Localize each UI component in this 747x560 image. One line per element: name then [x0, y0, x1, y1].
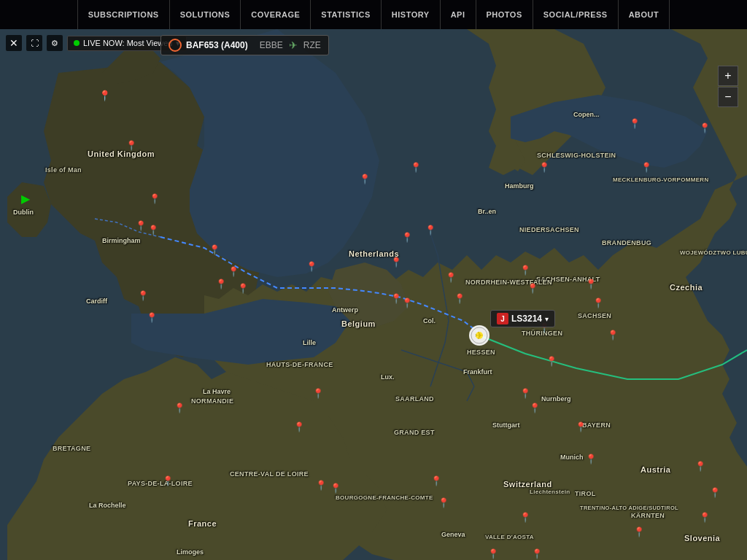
airport-pin[interactable]: 📍: [390, 257, 402, 268]
airport-pin[interactable]: 📍: [98, 90, 111, 101]
nav-item-coverage[interactable]: COVERAGE: [241, 0, 311, 29]
svg-point-4: [476, 332, 483, 339]
flight-circle-icon: [169, 39, 182, 52]
airport-pin[interactable]: 📍: [538, 162, 550, 173]
flight-label-popup[interactable]: J LS3214 ▾: [490, 310, 555, 327]
airport-pin[interactable]: 📍: [137, 290, 149, 301]
airport-pin[interactable]: 📍: [575, 421, 587, 432]
airport-pin[interactable]: 📍: [390, 293, 402, 304]
airport-pin[interactable]: 📍: [519, 512, 531, 523]
airport-pin[interactable]: 📍: [694, 461, 706, 472]
airport-pin[interactable]: 📍: [312, 388, 324, 399]
airport-pin[interactable]: 📍: [445, 272, 457, 283]
flight-arrival: RZE: [303, 40, 321, 50]
airport-pin[interactable]: 📍: [215, 279, 227, 289]
green-triangle-marker: ▶: [21, 192, 30, 206]
main-nav: SUBSCRIPTIONSSOLUTIONSCOVERAGESTATISTICS…: [0, 0, 747, 29]
nav-item-social-press[interactable]: SOCIAL/PRESS: [533, 0, 619, 29]
airport-pin[interactable]: 📍: [487, 548, 499, 559]
airport-pin[interactable]: 📍: [546, 356, 557, 367]
airport-pin[interactable]: 📍: [592, 298, 604, 308]
airport-pin[interactable]: 📍: [330, 483, 341, 494]
airport-pin[interactable]: 📍: [699, 512, 711, 523]
airport-pin[interactable]: 📍: [293, 421, 305, 432]
nav-item-history[interactable]: HISTORY: [382, 0, 441, 29]
nav-item-photos[interactable]: PHOTOS: [476, 0, 533, 29]
zoom-in-button[interactable]: +: [718, 66, 738, 86]
airport-pin[interactable]: 📍: [135, 220, 147, 231]
airport-pin[interactable]: 📍: [237, 283, 249, 294]
airport-pin[interactable]: 📍: [629, 118, 640, 129]
map-container: ✈ United Kingdom Isle of Man Birmingham …: [0, 29, 747, 560]
nav-item-api[interactable]: API: [441, 0, 476, 29]
zoom-out-button[interactable]: −: [718, 87, 738, 107]
flight-label-airline-icon: J: [497, 313, 508, 324]
airport-pin[interactable]: 📍: [438, 497, 449, 508]
nav-item-solutions[interactable]: SOLUTIONS: [170, 0, 241, 29]
flight-info-bar: BAF653 (A400) EBBE ✈ RZE: [160, 35, 329, 55]
airport-pin[interactable]: 📍: [425, 225, 436, 236]
flight-departure: EBBE: [260, 40, 283, 50]
airport-pin[interactable]: 📍: [430, 475, 442, 486]
airport-pin[interactable]: 📍: [147, 225, 159, 236]
airport-pin[interactable]: 📍: [149, 193, 160, 204]
airport-pin[interactable]: 📍: [527, 283, 538, 294]
live-dropdown-label: LIVE NOW: Most Viewed: [83, 39, 172, 47]
nav-item-statistics[interactable]: STATISTICS: [311, 0, 382, 29]
expand-button[interactable]: ⛶: [26, 35, 42, 51]
airport-pin[interactable]: 📍: [529, 402, 541, 413]
airport-pin[interactable]: 📍: [315, 480, 327, 491]
nav-item-about[interactable]: ABOUT: [619, 0, 670, 29]
airport-pin[interactable]: 📍: [410, 162, 422, 173]
airport-pin[interactable]: 📍: [209, 244, 220, 255]
airport-pin[interactable]: 📍: [401, 232, 413, 243]
flight-label-id: LS3214: [511, 314, 542, 324]
airport-pin[interactable]: 📍: [228, 266, 239, 277]
airport-pin[interactable]: 📍: [125, 140, 137, 151]
settings-button[interactable]: ⚙: [47, 35, 63, 51]
airport-pin[interactable]: 📍: [640, 162, 652, 173]
plane-icon: ✈: [289, 39, 298, 51]
airport-pin[interactable]: 📍: [401, 298, 413, 308]
airport-pin[interactable]: 📍: [519, 265, 531, 276]
airport-pin[interactable]: 📍: [359, 174, 371, 184]
airport-pin[interactable]: 📍: [709, 487, 721, 498]
airport-pin[interactable]: 📍: [306, 261, 317, 272]
airport-pin[interactable]: 📍: [633, 526, 645, 537]
close-button[interactable]: ✕: [6, 35, 22, 51]
flight-id-label: BAF653 (A400): [186, 40, 248, 50]
zoom-controls: + −: [718, 66, 738, 107]
airport-pin[interactable]: 📍: [585, 279, 597, 289]
nav-item-subscriptions[interactable]: SUBSCRIPTIONS: [77, 0, 170, 29]
airport-pin[interactable]: 📍: [531, 548, 543, 559]
airport-pin[interactable]: 📍: [519, 388, 531, 399]
live-indicator: [74, 40, 80, 46]
airport-pin[interactable]: 📍: [607, 330, 619, 341]
flight-label-dropdown-arrow[interactable]: ▾: [545, 315, 549, 323]
airport-pin[interactable]: 📍: [146, 312, 158, 323]
airport-pin[interactable]: 📍: [174, 402, 185, 413]
airport-pin[interactable]: 📍: [454, 293, 465, 304]
airport-pin[interactable]: 📍: [699, 122, 711, 133]
airport-pin[interactable]: 📍: [585, 454, 597, 464]
airport-pin[interactable]: 📍: [162, 475, 174, 486]
